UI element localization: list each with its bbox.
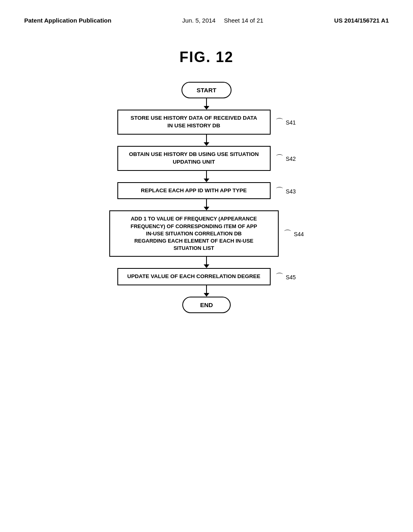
publication-label: Patent Application Publication: [24, 17, 111, 24]
step-s45-label: ⌒ S45: [275, 271, 296, 282]
arrow-3: [204, 171, 209, 182]
header-right: US 2014/156721 A1: [334, 16, 389, 25]
step-s43-row: REPLACE EACH APP ID WITH APP TYPE ⌒ S43: [117, 182, 296, 200]
arrow-2: [204, 135, 209, 146]
step-s41-box: STORE USE HISTORY DATA OF RECEIVED DATAI…: [117, 110, 271, 135]
step-s43-label: ⌒ S43: [275, 185, 296, 196]
step-s45-box: UPDATE VALUE OF EACH CORRELATION DEGREE: [117, 268, 271, 285]
figure-title: FIG. 12: [0, 49, 413, 66]
arrow-4: [204, 199, 209, 210]
step-s44-label: ⌒ S44: [284, 228, 304, 239]
step-s41-label: ⌒ S41: [275, 116, 296, 127]
header: Patent Application Publication Jun. 5, 2…: [0, 0, 413, 25]
step-s42-box: OBTAIN USE HISTORY DB USING USE SITUATIO…: [117, 146, 271, 171]
arrow-1: [204, 98, 209, 110]
step-s43-box: REPLACE EACH APP ID WITH APP TYPE: [117, 182, 271, 200]
step-s42-label: ⌒ S42: [275, 153, 296, 164]
start-terminal: START: [181, 82, 232, 98]
step-s41-row: STORE USE HISTORY DATA OF RECEIVED DATAI…: [117, 110, 296, 135]
step-s45-row: UPDATE VALUE OF EACH CORRELATION DEGREE …: [117, 268, 296, 285]
header-left: Patent Application Publication: [24, 16, 111, 25]
flowchart: START STORE USE HISTORY DATA OF RECEIVED…: [0, 82, 413, 313]
page: Patent Application Publication Jun. 5, 2…: [0, 0, 413, 532]
date-label: Jun. 5, 2014: [182, 17, 216, 24]
end-terminal: END: [182, 297, 231, 313]
sheet-label: Sheet 14 of 21: [224, 17, 263, 24]
arrow-6: [204, 285, 209, 297]
step-s42-row: OBTAIN USE HISTORY DB USING USE SITUATIO…: [117, 146, 296, 171]
arrow-5: [204, 257, 209, 268]
patent-number: US 2014/156721 A1: [334, 17, 389, 24]
step-s44-box: ADD 1 TO VALUE OF FREQUENCY (APPEARANCE …: [109, 210, 279, 257]
header-center: Jun. 5, 2014 Sheet 14 of 21: [182, 16, 263, 25]
step-s44-row: ADD 1 TO VALUE OF FREQUENCY (APPEARANCE …: [109, 210, 304, 257]
